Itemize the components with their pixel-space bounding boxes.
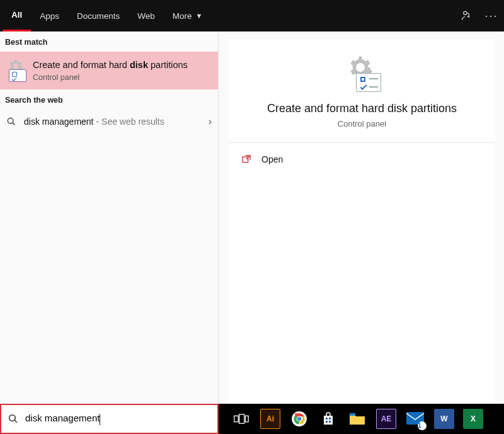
preview-subtitle: Control panel: [239, 119, 485, 128]
filter-tab-label: More: [173, 11, 192, 21]
svg-rect-12: [326, 421, 328, 423]
control-panel-icon: [343, 54, 381, 92]
mail-icon[interactable]: 1: [405, 409, 425, 429]
open-label: Open: [261, 154, 283, 164]
web-query-text: disk management: [24, 117, 94, 127]
file-explorer-icon[interactable]: [347, 409, 367, 429]
open-action[interactable]: Open: [229, 148, 495, 171]
svg-rect-2: [243, 157, 248, 163]
filter-tab-apps[interactable]: Apps: [31, 0, 68, 31]
search-box[interactable]: disk management: [0, 404, 219, 434]
filter-tab-label: Web: [137, 11, 155, 21]
search-icon: [8, 413, 19, 425]
bottom-bar: disk management Ai: [0, 404, 504, 434]
open-icon: [241, 154, 254, 164]
chevron-down-icon: ▼: [196, 12, 203, 20]
illustrator-icon[interactable]: Ai: [260, 409, 280, 429]
svg-rect-6: [245, 416, 248, 422]
chevron-right-icon: ›: [209, 116, 212, 127]
svg-rect-10: [326, 418, 328, 420]
search-filter-bar: All Apps Documents Web More ▼ ···: [0, 0, 504, 31]
filter-tab-label: All: [11, 10, 22, 20]
preview-title: Create and format hard disk partitions: [239, 102, 485, 115]
more-options-icon[interactable]: ···: [479, 0, 504, 31]
web-hint-text: - See web results: [96, 117, 164, 127]
after-effects-icon[interactable]: AE: [376, 409, 396, 429]
ms-store-icon[interactable]: [318, 409, 338, 429]
svg-rect-5: [239, 414, 244, 423]
best-match-title: Create and format hard disk partitions: [33, 59, 210, 71]
svg-point-0: [464, 11, 467, 14]
feedback-icon[interactable]: [454, 0, 479, 31]
filter-tab-more[interactable]: More ▼: [164, 0, 212, 31]
svg-rect-14: [350, 413, 355, 416]
filter-tab-web[interactable]: Web: [129, 0, 164, 31]
filter-tab-documents[interactable]: Documents: [68, 0, 129, 31]
preview-panel: Create and format hard disk partitions C…: [219, 31, 504, 404]
filter-tab-all[interactable]: All: [3, 0, 31, 31]
filter-tab-label: Apps: [40, 11, 59, 21]
svg-rect-13: [329, 421, 331, 423]
section-label-best-match: Best match: [0, 31, 218, 52]
control-panel-icon: [4, 58, 29, 83]
results-list: Best match Create and format hard disk p…: [0, 31, 219, 404]
svg-rect-4: [234, 416, 238, 422]
svg-rect-11: [329, 418, 331, 420]
best-match-text: Create and format hard disk partitions C…: [33, 59, 210, 83]
preview-card: Create and format hard disk partitions C…: [229, 39, 495, 404]
taskbar: Ai AE: [219, 404, 504, 434]
word-icon[interactable]: W: [434, 409, 454, 429]
search-results-pane: Best match Create and format hard disk p…: [0, 31, 504, 404]
filter-tab-label: Documents: [77, 11, 120, 21]
chrome-icon[interactable]: [289, 409, 309, 429]
best-match-result[interactable]: Create and format hard disk partitions C…: [0, 52, 218, 89]
search-web-result[interactable]: disk management - See web results ›: [0, 110, 218, 135]
svg-point-1: [8, 118, 13, 123]
excel-icon[interactable]: X: [463, 409, 483, 429]
section-label-search-web: Search the web: [0, 89, 218, 110]
task-view-icon[interactable]: [231, 409, 251, 429]
best-match-subtitle: Control panel: [33, 73, 210, 82]
search-icon: [6, 117, 19, 127]
svg-point-3: [9, 415, 16, 421]
search-input[interactable]: disk management: [25, 413, 211, 425]
